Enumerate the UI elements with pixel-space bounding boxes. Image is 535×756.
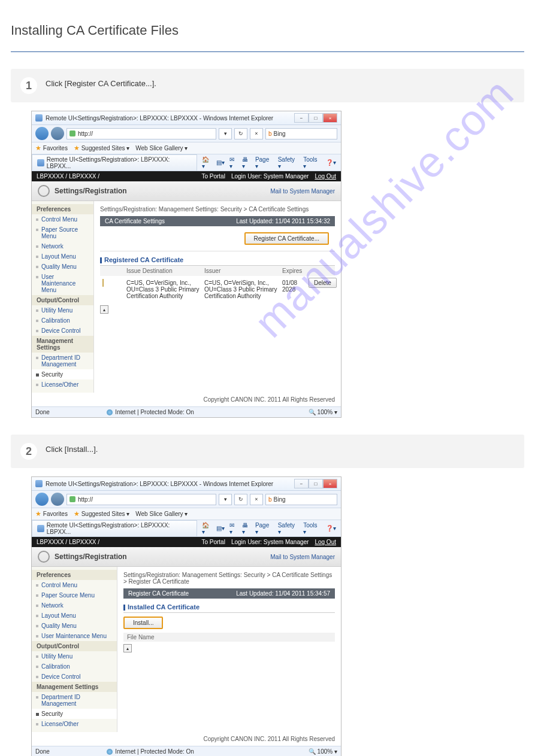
to-portal-link[interactable]: To Portal <box>201 173 225 180</box>
sidebar-item-device-control[interactable]: Device Control <box>32 326 93 336</box>
refresh-button[interactable]: ↻ <box>234 128 247 139</box>
mail-icon[interactable]: ✉▾ <box>229 156 237 169</box>
settings-registration-title: Settings/Registration <box>55 187 127 195</box>
forward-button[interactable] <box>51 493 64 506</box>
sidebar-header-mgmt: Management Settings <box>32 682 117 692</box>
sidebar-item-calibration[interactable]: Calibration <box>32 661 117 672</box>
status-bar: Done Internet | Protected Mode: On 🔍 100… <box>32 406 341 417</box>
mail-to-system-manager-link[interactable]: Mail to System Manager <box>270 554 335 560</box>
sidebar-item-device-control[interactable]: Device Control <box>32 672 117 682</box>
search-input[interactable]: bBing <box>265 128 337 139</box>
compat-button[interactable]: ▾ <box>219 494 232 505</box>
minimize-button[interactable]: − <box>294 479 309 488</box>
page-icon <box>69 130 75 136</box>
tab-icon <box>37 525 44 532</box>
tools-menu[interactable]: Tools ▾ <box>303 156 321 169</box>
device-bar: LBPXXXX / LBPXXXX / To Portal Login User… <box>32 537 341 547</box>
sidebar-item-paper-source[interactable]: Paper Source Menu <box>32 224 93 241</box>
to-portal-link[interactable]: To Portal <box>201 539 225 545</box>
sidebar-item-quality[interactable]: Quality Menu <box>32 262 93 272</box>
sidebar-item-quality[interactable]: Quality Menu <box>32 621 117 631</box>
sidebar-item-security[interactable]: Security <box>32 709 117 719</box>
print-icon[interactable]: 🖶▾ <box>242 522 250 535</box>
tab-icon <box>37 159 44 166</box>
feeds-icon[interactable]: ▤▾ <box>216 159 225 166</box>
delete-button[interactable]: Delete <box>309 278 337 288</box>
globe-icon <box>107 409 113 415</box>
safety-menu[interactable]: Safety ▾ <box>278 522 299 535</box>
zoom-control[interactable]: 🔍 100% ▾ <box>309 409 337 415</box>
page-menu[interactable]: Page ▾ <box>255 156 273 169</box>
screenshot-1: manualshive.com Remote UI<Settings/Regis… <box>31 111 341 418</box>
logout-link[interactable]: Log Out <box>315 173 336 180</box>
logout-link[interactable]: Log Out <box>315 539 336 545</box>
page-top-icon[interactable]: ▴ <box>123 644 132 652</box>
feeds-icon[interactable]: ▤▾ <box>216 525 225 532</box>
home-icon[interactable]: 🏠▾ <box>202 156 211 169</box>
minimize-button[interactable]: − <box>294 113 309 123</box>
sidebar-item-user-maintenance[interactable]: User Maintenance Menu <box>32 272 93 295</box>
sidebar-item-license[interactable]: License/Other <box>32 379 93 390</box>
device-name: LBPXXXX / LBPXXXX / <box>37 539 99 545</box>
page-menu[interactable]: Page ▾ <box>255 522 273 535</box>
sidebar-item-network[interactable]: Network <box>32 241 93 251</box>
print-icon[interactable]: 🖶▾ <box>242 156 250 169</box>
sidebar-item-dept-id[interactable]: Department ID Management <box>32 692 117 709</box>
status-done: Done <box>35 409 50 415</box>
sidebar-header-preferences: Preferences <box>32 204 93 214</box>
url-input[interactable]: http:// <box>67 128 216 139</box>
webslice-link[interactable]: Web Slice Gallery ▾ <box>135 511 188 517</box>
stop-button[interactable]: × <box>250 128 263 139</box>
zoom-control[interactable]: 🔍 100% ▾ <box>309 748 337 755</box>
browser-tab[interactable]: Remote UI<Settings/Registration>: LBPXXX… <box>32 520 197 536</box>
suggested-sites-link[interactable]: Suggested Sites ▾ <box>81 511 130 517</box>
url-input[interactable]: http:// <box>67 494 216 505</box>
gear-icon <box>38 185 50 197</box>
safety-menu[interactable]: Safety ▾ <box>278 156 299 169</box>
forward-button[interactable] <box>51 127 64 140</box>
certificate-icon[interactable] <box>102 279 104 287</box>
mail-to-system-manager-link[interactable]: Mail to System Manager <box>270 188 335 195</box>
sidebar-item-control-menu[interactable]: Control Menu <box>32 214 93 224</box>
suggested-sites-link[interactable]: Suggested Sites ▾ <box>81 145 130 151</box>
ie-titlebar: Remote UI<Settings/Registration>: LBPXXX… <box>32 477 341 491</box>
help-icon[interactable]: ❓▾ <box>326 159 336 166</box>
sidebar-item-utility[interactable]: Utility Menu <box>32 305 93 315</box>
favorites-label[interactable]: Favorites <box>43 511 68 517</box>
close-button[interactable]: × <box>323 479 337 488</box>
install-button[interactable]: Install... <box>123 617 163 629</box>
help-icon[interactable]: ❓▾ <box>326 525 336 532</box>
close-button[interactable]: × <box>323 113 337 123</box>
settings-registration-bar: Settings/Registration Mail to System Man… <box>32 547 341 567</box>
tools-menu[interactable]: Tools ▾ <box>303 522 321 535</box>
mail-icon[interactable]: ✉▾ <box>229 522 237 535</box>
register-ca-certificate-button[interactable]: Register CA Certificate... <box>244 232 329 245</box>
stop-button[interactable]: × <box>250 494 263 505</box>
panel-header: Register CA CertificateLast Updated: 11/… <box>123 588 335 599</box>
favorites-label[interactable]: Favorites <box>43 145 68 151</box>
page-top-icon[interactable]: ▴ <box>100 305 108 314</box>
back-button[interactable] <box>35 127 49 140</box>
sidebar-item-control-menu[interactable]: Control Menu <box>32 580 117 590</box>
home-icon[interactable]: 🏠▾ <box>202 522 211 535</box>
ie-toolbar: 🏠▾ ▤▾ ✉▾ 🖶▾ Page ▾ Safety ▾ Tools ▾ ❓▾ <box>197 520 341 536</box>
sidebar-item-paper-source[interactable]: Paper Source Menu <box>32 590 117 600</box>
maximize-button[interactable]: □ <box>309 479 323 488</box>
search-input[interactable]: bBing <box>265 494 337 505</box>
sidebar-item-layout[interactable]: Layout Menu <box>32 611 117 621</box>
sidebar-item-user-maintenance[interactable]: User Maintenance Menu <box>32 631 117 641</box>
back-button[interactable] <box>35 493 49 506</box>
maximize-button[interactable]: □ <box>309 113 323 123</box>
sidebar-header-preferences: Preferences <box>32 570 117 580</box>
browser-tab[interactable]: Remote UI<Settings/Registration>: LBPXXX… <box>32 154 197 171</box>
refresh-button[interactable]: ↻ <box>234 494 247 505</box>
webslice-link[interactable]: Web Slice Gallery ▾ <box>135 145 188 151</box>
sidebar-item-dept-id[interactable]: Department ID Management <box>32 353 93 369</box>
sidebar-item-license[interactable]: License/Other <box>32 719 117 729</box>
sidebar-item-security[interactable]: Security <box>32 369 93 379</box>
sidebar-item-layout[interactable]: Layout Menu <box>32 251 93 262</box>
compat-button[interactable]: ▾ <box>219 128 232 139</box>
sidebar-item-utility[interactable]: Utility Menu <box>32 651 117 661</box>
sidebar-item-network[interactable]: Network <box>32 600 117 611</box>
sidebar-item-calibration[interactable]: Calibration <box>32 315 93 326</box>
